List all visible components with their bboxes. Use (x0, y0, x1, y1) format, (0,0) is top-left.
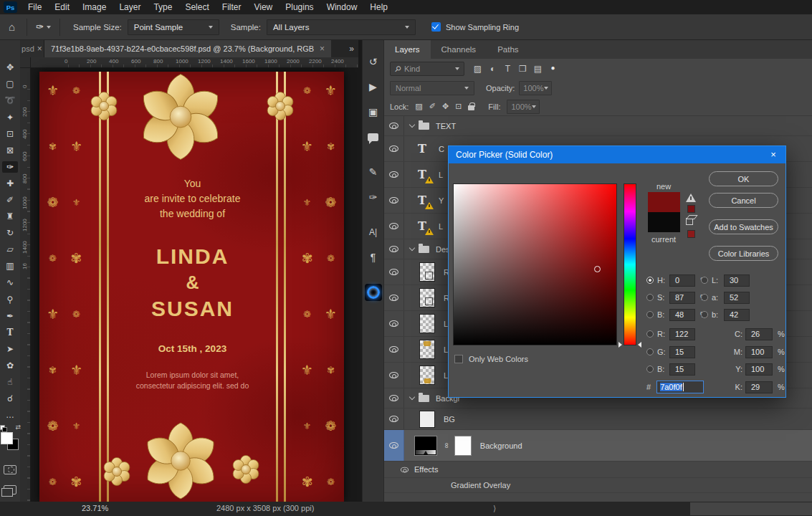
visibility-toggle[interactable] (384, 239, 404, 259)
frame-tool[interactable]: ⊠ (2, 144, 18, 156)
brushes-panel-icon[interactable]: ✑ (365, 188, 382, 206)
chevron-down-icon[interactable] (409, 245, 415, 251)
eyedropper-icon[interactable]: ✑ (36, 22, 44, 32)
visibility-toggle[interactable] (384, 259, 404, 285)
radio-button[interactable] (646, 330, 654, 338)
hex-input[interactable]: 7a0f0f (656, 381, 704, 393)
visibility-toggle[interactable] (384, 337, 404, 362)
eyedropper-tool[interactable]: ✑ (2, 161, 18, 173)
layer-search-filter[interactable]: ⚲ Kind (390, 62, 464, 76)
saturation-input[interactable]: 87 (669, 292, 695, 304)
green-input[interactable]: 15 (669, 346, 695, 358)
menu-item[interactable]: View (247, 0, 279, 14)
effects-row[interactable]: Effects (384, 462, 812, 478)
selected-layer-row[interactable]: ∞ Background (384, 430, 812, 462)
cyan-input[interactable]: 26 (745, 328, 773, 340)
hue-slider-arrow[interactable] (618, 342, 622, 348)
menu-item[interactable]: Type (147, 0, 178, 14)
show-sampling-ring-checkbox[interactable] (431, 22, 441, 32)
object-selection-tool[interactable]: ✦ (2, 111, 18, 123)
close-icon[interactable]: × (320, 44, 325, 54)
status-chevron-icon[interactable]: ⟩ (493, 504, 496, 513)
layer-thumbnail[interactable] (419, 411, 435, 428)
dodge-tool[interactable]: ⚲ (2, 293, 18, 305)
lock-all-icon[interactable] (468, 105, 474, 110)
gamut-color-swatch[interactable] (687, 205, 695, 213)
hue-input[interactable]: 0 (669, 274, 695, 287)
lasso-tool[interactable]: ➰ (2, 95, 18, 107)
filter-pixel-layers-icon[interactable]: ▨ (470, 64, 485, 74)
swap-colors-icon[interactable]: ⇄ (15, 424, 21, 431)
filter-shape-layers-icon[interactable]: ❒ (515, 64, 530, 74)
visibility-toggle[interactable] (384, 136, 404, 161)
dialog-title-bar[interactable]: Color Picker (Solid Color) × (449, 146, 785, 163)
black-input[interactable]: 29 (745, 381, 773, 393)
layer-thumbnail[interactable] (419, 288, 435, 307)
menu-item[interactable]: Window (320, 0, 364, 14)
lock-position-icon[interactable]: ✥ (442, 102, 449, 111)
yellow-input[interactable]: 100 (745, 363, 773, 376)
brush-tool[interactable]: ✐ (2, 194, 18, 206)
radio-button[interactable] (646, 311, 654, 318)
panel-tab[interactable]: Paths (487, 40, 529, 59)
smudge-tool[interactable]: ∿ (2, 277, 18, 289)
menu-item[interactable]: Edit (48, 0, 76, 14)
eye-icon[interactable] (401, 467, 409, 472)
marquee-tool[interactable]: ▢ (2, 78, 18, 90)
radio-button[interactable] (701, 294, 708, 301)
layer-thumbnail[interactable] (419, 314, 435, 333)
actions-panel-icon[interactable]: ▶ (365, 78, 382, 95)
chevron-down-icon[interactable] (409, 394, 415, 400)
visibility-toggle[interactable] (384, 363, 404, 388)
filter-adjustment-layers-icon[interactable]: ◐ (485, 64, 500, 74)
fill-layer-thumbnail[interactable] (414, 436, 437, 456)
default-colors-icon[interactable] (0, 425, 6, 431)
menu-item[interactable]: Select (178, 0, 215, 14)
visibility-toggle[interactable] (384, 311, 404, 336)
layer-group-row[interactable]: TEXT (384, 116, 812, 136)
radio-button[interactable] (646, 366, 654, 373)
layer-row[interactable]: BG (384, 408, 812, 430)
web-safe-color-swatch[interactable] (687, 230, 695, 238)
libraries-panel-icon[interactable]: ▣ (365, 103, 382, 120)
color-libraries-button[interactable]: Color Libraries (709, 246, 778, 261)
visibility-toggle[interactable] (384, 430, 404, 461)
web-safe-cube-icon[interactable] (686, 218, 693, 225)
home-icon[interactable]: ⌂ (0, 21, 25, 33)
radio-button[interactable] (646, 348, 654, 355)
hand-tool[interactable]: ☝ (2, 376, 18, 388)
path-selection-tool[interactable]: ➤ (2, 343, 18, 355)
visibility-toggle[interactable] (384, 388, 404, 408)
filter-pin-icon[interactable]: ● (545, 64, 560, 74)
color-field-marker[interactable] (594, 266, 601, 272)
radio-button[interactable] (701, 277, 708, 284)
panel-tab[interactable]: Channels (431, 40, 487, 59)
menu-item[interactable]: Image (76, 0, 113, 14)
quick-mask-button[interactable] (4, 465, 16, 474)
move-tool[interactable]: ✥ (2, 62, 18, 74)
visibility-toggle[interactable] (384, 285, 404, 310)
menu-item[interactable]: Plugins (279, 0, 320, 14)
blend-mode-dropdown[interactable]: Normal (390, 81, 474, 95)
hue-slider-arrow[interactable] (638, 342, 641, 348)
hue-slider[interactable] (624, 183, 636, 345)
chevron-down-icon[interactable] (47, 26, 51, 29)
lock-transparency-icon[interactable]: ▨ (415, 102, 422, 111)
clone-stamp-tool[interactable]: ♜ (2, 211, 18, 223)
only-web-colors-checkbox[interactable] (454, 355, 463, 363)
menu-item[interactable]: Filter (216, 0, 248, 14)
plugins-panel-icon[interactable] (365, 284, 382, 301)
lab-l-input[interactable]: 30 (724, 274, 750, 287)
chevron-down-icon[interactable] (409, 122, 415, 128)
visibility-toggle[interactable] (384, 162, 404, 187)
visibility-toggle[interactable] (384, 214, 404, 239)
lock-paint-icon[interactable]: ✐ (429, 102, 436, 111)
history-panel-icon[interactable]: ↺ (365, 53, 382, 70)
menu-item[interactable]: File (22, 0, 48, 14)
healing-brush-tool[interactable]: ✚ (2, 178, 18, 190)
edit-toolbar-button[interactable]: … (2, 409, 18, 421)
cancel-button[interactable]: Cancel (709, 193, 778, 208)
filter-smart-objects-icon[interactable]: ▤ (530, 64, 545, 74)
history-brush-tool[interactable]: ↻ (2, 227, 18, 239)
foreground-color-swatch[interactable] (1, 432, 13, 444)
